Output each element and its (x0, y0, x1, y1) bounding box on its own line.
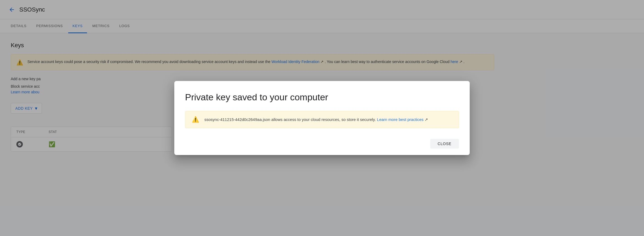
close-button[interactable]: CLOSE (430, 139, 459, 149)
dialog-actions: CLOSE (185, 139, 459, 149)
modal-overlay: Private key saved to your computer ⚠️ ss… (0, 0, 644, 236)
dialog-filename: ssosync-411215-442d0c2649aa.json (204, 117, 270, 122)
dialog-warning-banner: ⚠️ ssosync-411215-442d0c2649aa.json allo… (185, 111, 459, 128)
dialog-title: Private key saved to your computer (185, 92, 459, 103)
dialog: Private key saved to your computer ⚠️ ss… (174, 81, 470, 155)
dialog-warning-text: ssosync-411215-442d0c2649aa.json allows … (204, 117, 428, 123)
learn-best-practices-link[interactable]: Learn more best practices (377, 117, 424, 122)
dialog-warning-icon: ⚠️ (192, 116, 199, 123)
